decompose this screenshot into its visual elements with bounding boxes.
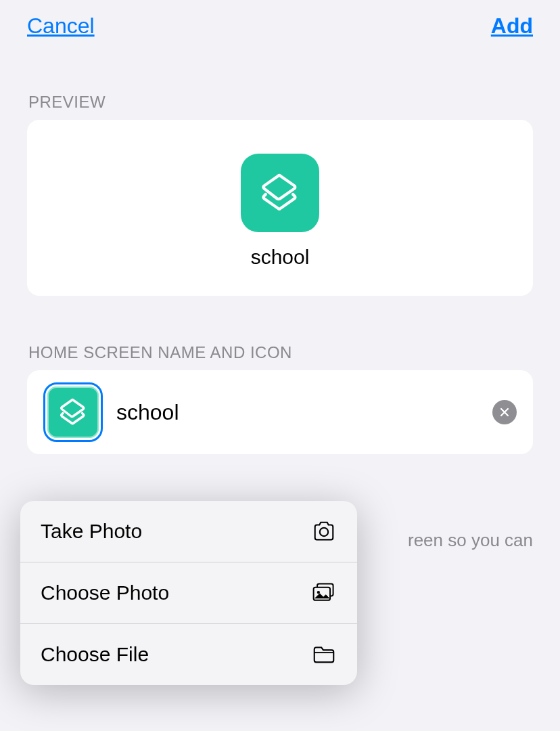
- cancel-button[interactable]: Cancel: [27, 14, 95, 39]
- photo-library-icon: [311, 580, 337, 606]
- shortcut-name-preview: school: [251, 246, 310, 269]
- preview-card: school: [27, 120, 533, 296]
- name-section-label: HOME SCREEN NAME AND ICON: [0, 343, 560, 370]
- svg-point-0: [320, 528, 328, 536]
- menu-item-choose-file[interactable]: Choose File: [20, 624, 357, 685]
- add-button[interactable]: Add: [491, 14, 533, 39]
- menu-item-label: Choose Photo: [41, 581, 169, 604]
- name-icon-card: [27, 370, 533, 454]
- clear-input-button[interactable]: [492, 400, 517, 424]
- camera-icon: [311, 518, 337, 544]
- footer-hint-partial: reen so you can: [408, 528, 533, 552]
- menu-item-label: Take Photo: [41, 520, 142, 543]
- menu-item-label: Choose File: [41, 643, 149, 666]
- preview-section-label: PREVIEW: [0, 93, 560, 120]
- stack-icon: [257, 170, 303, 216]
- stack-icon: [57, 396, 89, 428]
- folder-icon: [311, 642, 337, 667]
- menu-item-take-photo[interactable]: Take Photo: [20, 501, 357, 562]
- shortcut-name-input[interactable]: [116, 400, 479, 425]
- icon-source-menu: Take Photo Choose Photo Choose File: [20, 501, 357, 685]
- menu-item-choose-photo[interactable]: Choose Photo: [20, 562, 357, 624]
- close-icon: [499, 407, 510, 418]
- shortcut-icon-preview: [241, 154, 319, 232]
- icon-picker-button[interactable]: [43, 382, 103, 442]
- modal-header: Cancel Add: [0, 0, 560, 52]
